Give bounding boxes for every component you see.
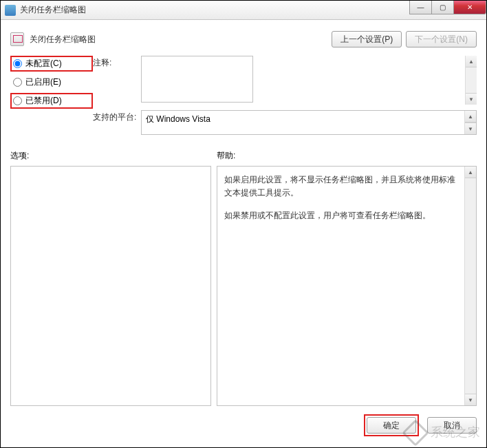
radio-group: 未配置(C) 已启用(E) 已禁用(D): [10, 56, 93, 135]
scroll-up-icon[interactable]: ▲: [466, 56, 477, 67]
radio-disabled-label: 已禁用(D): [25, 95, 62, 107]
titlebar: 关闭任务栏缩略图 — ▢ ✕: [1, 1, 486, 20]
options-panel: [10, 166, 211, 406]
ok-button[interactable]: 确定: [367, 417, 416, 434]
radio-disabled[interactable]: 已禁用(D): [10, 93, 93, 109]
minimize-button[interactable]: —: [409, 1, 431, 14]
radio-not-configured-label: 未配置(C): [25, 58, 62, 70]
help-panel: 如果启用此设置，将不显示任务栏缩略图，并且系统将使用标准文本提供工具提示。 如果…: [217, 166, 477, 406]
comment-row: 注释: ▲ ▼: [93, 56, 477, 105]
radio-enabled-input[interactable]: [13, 78, 22, 87]
options-label: 选项:: [10, 150, 217, 162]
panels-row: 如果启用此设置，将不显示任务栏缩略图，并且系统将使用标准文本提供工具提示。 如果…: [10, 166, 477, 406]
scroll-down-icon[interactable]: ▼: [465, 122, 476, 134]
scroll-up-icon[interactable]: ▲: [465, 167, 476, 178]
header-row: 关闭任务栏缩略图 上一个设置(P) 下一个设置(N): [10, 27, 477, 56]
section-labels: 选项: 帮助:: [10, 150, 477, 162]
close-button[interactable]: ✕: [453, 1, 486, 14]
platform-value: 仅 Windows Vista: [146, 114, 210, 124]
ok-highlight: 确定: [364, 414, 419, 436]
policy-icon: [10, 32, 24, 46]
radio-enabled-label: 已启用(E): [25, 76, 61, 88]
help-label: 帮助:: [217, 150, 477, 162]
platform-label: 支持的平台:: [93, 110, 141, 123]
cancel-button[interactable]: 取消: [427, 417, 477, 434]
maximize-button[interactable]: ▢: [431, 1, 453, 14]
scroll-down-icon[interactable]: ▼: [465, 394, 476, 405]
window-title: 关闭任务栏缩略图: [20, 4, 86, 16]
radio-enabled[interactable]: 已启用(E): [10, 74, 93, 90]
scroll-down-icon[interactable]: ▼: [466, 93, 477, 105]
comment-input[interactable]: [141, 56, 253, 103]
radio-not-configured[interactable]: 未配置(C): [10, 56, 93, 72]
page-title: 关闭任务栏缩略图: [30, 34, 327, 45]
scrollbar[interactable]: ▲ ▼: [464, 167, 476, 405]
scrollbar[interactable]: ▲ ▼: [464, 111, 476, 134]
radio-not-configured-input[interactable]: [13, 59, 22, 68]
help-text-2: 如果禁用或不配置此设置，用户将可查看任务栏缩略图。: [224, 209, 461, 222]
scroll-up-icon[interactable]: ▲: [465, 111, 476, 122]
radio-disabled-input[interactable]: [13, 96, 22, 105]
platform-box: 仅 Windows Vista ▲ ▼: [141, 110, 477, 135]
footer-row: 确定 取消 系统之家: [10, 406, 477, 440]
platform-row: 支持的平台: 仅 Windows Vista ▲ ▼: [93, 110, 477, 135]
help-text-1: 如果启用此设置，将不显示任务栏缩略图，并且系统将使用标准文本提供工具提示。: [224, 173, 461, 200]
config-row: 未配置(C) 已启用(E) 已禁用(D) 注释: ▲ ▼: [10, 56, 477, 135]
next-setting-button[interactable]: 下一个设置(N): [406, 31, 477, 47]
window-controls: — ▢ ✕: [409, 1, 486, 14]
comment-label: 注释:: [93, 56, 141, 69]
content-area: 关闭任务栏缩略图 上一个设置(P) 下一个设置(N) 未配置(C) 已启用(E)…: [1, 20, 486, 447]
scrollbar[interactable]: ▲ ▼: [465, 56, 477, 105]
previous-setting-button[interactable]: 上一个设置(P): [332, 31, 402, 47]
help-content: 如果启用此设置，将不显示任务栏缩略图，并且系统将使用标准文本提供工具提示。 如果…: [217, 167, 476, 239]
app-icon: [5, 5, 16, 16]
fields-column: 注释: ▲ ▼ 支持的平台: 仅 Windows Vista ▲ ▼: [93, 56, 477, 135]
